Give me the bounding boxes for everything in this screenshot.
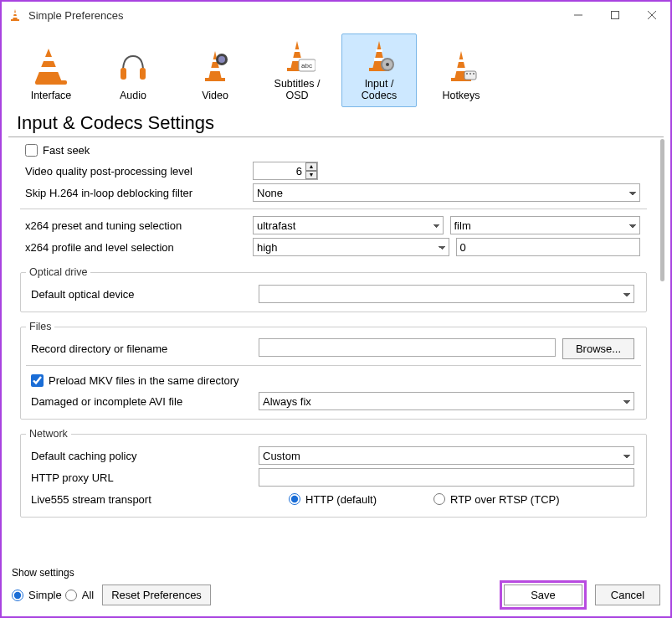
x264-level-input[interactable] xyxy=(456,238,641,256)
x264-profile-label: x264 profile and level selection xyxy=(20,241,253,254)
cancel-button[interactable]: Cancel xyxy=(595,585,660,605)
x264-tuning-select[interactable]: film xyxy=(450,216,641,234)
live555-http-label: HTTP (default) xyxy=(305,493,377,506)
reset-preferences-button[interactable]: Reset Preferences xyxy=(102,585,211,605)
video-quality-label: Video quality post-processing level xyxy=(20,165,253,178)
skip-h264-label: Skip H.264 in-loop deblocking filter xyxy=(20,187,253,199)
category-hotkeys[interactable]: Hotkeys xyxy=(423,33,499,107)
category-audio[interactable]: Audio xyxy=(95,33,171,107)
svg-rect-13 xyxy=(205,78,225,81)
show-settings-label: Show settings xyxy=(12,567,660,580)
svg-rect-35 xyxy=(469,73,471,75)
live555-rtp-radio[interactable] xyxy=(433,493,445,505)
svg-rect-9 xyxy=(140,68,146,80)
fast-seek-checkbox[interactable] xyxy=(25,144,38,157)
cone-subtitles-icon: abc xyxy=(277,38,317,75)
footer: Show settings Simple All Reset Preferenc… xyxy=(2,564,670,616)
live555-label: Live555 stream transport xyxy=(26,493,259,506)
optical-drive-group: Optical drive Default optical device xyxy=(20,266,647,312)
headphones-icon xyxy=(113,46,153,86)
cone-icon xyxy=(31,46,71,86)
window-title: Simple Preferences xyxy=(28,9,560,22)
cone-video-icon xyxy=(195,46,235,86)
scrollbar[interactable] xyxy=(660,137,665,564)
category-input-codecs[interactable]: Input / Codecs xyxy=(341,33,417,107)
svg-rect-31 xyxy=(456,68,466,71)
minimize-button[interactable] xyxy=(560,3,597,28)
network-group: Network Default caching policy Custom HT… xyxy=(20,428,647,518)
record-dir-label: Record directory or filename xyxy=(26,342,259,355)
caching-label: Default caching policy xyxy=(26,450,259,462)
vlc-cone-icon xyxy=(8,8,22,22)
default-optical-label: Default optical device xyxy=(26,288,259,301)
page-title: Input & Codecs Settings xyxy=(8,112,664,137)
category-subtitles[interactable]: abc Subtitles / OSD xyxy=(259,33,335,107)
cone-codecs-icon xyxy=(359,38,399,75)
files-group: Files Record directory or filename Brows… xyxy=(20,321,647,420)
settings-pane[interactable]: Fast seek Video quality post-processing … xyxy=(20,137,660,564)
http-proxy-input[interactable] xyxy=(259,468,634,487)
browse-button[interactable]: Browse... xyxy=(562,338,634,359)
svg-rect-17 xyxy=(294,49,300,52)
svg-rect-33 xyxy=(464,71,476,80)
damaged-avi-select[interactable]: Always fix xyxy=(259,392,634,410)
preload-mkv-checkbox[interactable] xyxy=(31,374,44,387)
svg-rect-30 xyxy=(458,59,464,62)
record-dir-input[interactable] xyxy=(259,338,556,357)
category-toolbar: Interface Audio Video abc Subtitles / OS… xyxy=(2,28,670,112)
caching-select[interactable]: Custom xyxy=(259,446,634,465)
svg-point-28 xyxy=(386,63,389,66)
spinner-buttons[interactable]: ▲▼ xyxy=(305,162,317,179)
skip-h264-select[interactable]: None xyxy=(253,183,640,202)
close-button[interactable] xyxy=(634,3,670,28)
scrollbar-thumb[interactable] xyxy=(660,139,664,281)
svg-point-15 xyxy=(218,56,225,63)
svg-text:abc: abc xyxy=(301,62,312,70)
svg-rect-8 xyxy=(121,68,126,80)
svg-rect-3 xyxy=(11,19,19,21)
live555-http-radio[interactable] xyxy=(289,493,300,505)
default-optical-select[interactable] xyxy=(259,285,634,303)
titlebar: Simple Preferences xyxy=(2,2,670,28)
svg-rect-34 xyxy=(466,73,468,75)
damaged-avi-label: Damaged or incomplete AVI file xyxy=(26,395,259,408)
svg-rect-5 xyxy=(612,12,619,19)
http-proxy-label: HTTP proxy URL xyxy=(26,471,259,484)
category-video[interactable]: Video xyxy=(177,33,253,107)
x264-preset-label: x264 preset and tuning selection xyxy=(20,219,253,232)
svg-rect-12 xyxy=(210,68,220,71)
svg-rect-2 xyxy=(13,16,18,18)
divider xyxy=(20,209,647,209)
divider xyxy=(26,365,641,366)
svg-rect-36 xyxy=(473,73,475,75)
save-highlight-box: Save xyxy=(500,580,587,610)
save-button[interactable]: Save xyxy=(504,585,582,605)
x264-preset-select[interactable]: ultrafast xyxy=(253,216,444,234)
fast-seek-label: Fast seek xyxy=(43,144,90,157)
cone-hotkeys-icon xyxy=(441,46,481,86)
preload-mkv-label: Preload MKV files in the same directory xyxy=(49,374,239,387)
category-interface[interactable]: Interface xyxy=(13,33,89,107)
show-all-radio[interactable] xyxy=(65,590,77,601)
svg-marker-0 xyxy=(13,9,18,20)
svg-rect-1 xyxy=(13,13,17,14)
maximize-button[interactable] xyxy=(597,3,634,28)
svg-rect-23 xyxy=(376,49,382,52)
live555-rtp-label: RTP over RTSP (TCP) xyxy=(450,493,560,506)
show-simple-radio[interactable] xyxy=(12,590,23,601)
x264-profile-select[interactable]: high xyxy=(253,238,449,256)
